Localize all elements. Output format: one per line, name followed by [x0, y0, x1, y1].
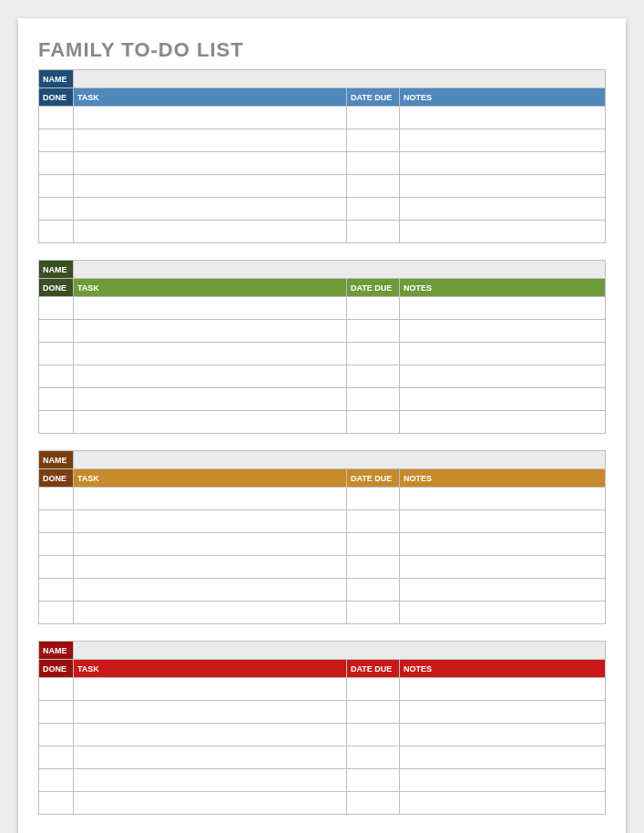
- cell-notes[interactable]: [400, 320, 606, 343]
- cell-done[interactable]: [39, 488, 74, 510]
- cell-notes[interactable]: [400, 411, 606, 434]
- cell-done[interactable]: [39, 343, 74, 365]
- cell-task[interactable]: [74, 129, 347, 152]
- cell-date_due[interactable]: [347, 769, 400, 792]
- cell-task[interactable]: [74, 792, 347, 815]
- cell-notes[interactable]: [400, 198, 606, 221]
- cell-notes[interactable]: [400, 129, 606, 152]
- cell-done[interactable]: [39, 221, 74, 243]
- cell-date_due[interactable]: [347, 152, 400, 175]
- cell-task[interactable]: [74, 175, 347, 198]
- cell-date_due[interactable]: [347, 579, 400, 602]
- cell-notes[interactable]: [400, 533, 606, 556]
- cell-date_due[interactable]: [347, 107, 400, 129]
- cell-task[interactable]: [74, 724, 347, 746]
- cell-notes[interactable]: [400, 343, 606, 365]
- cell-notes[interactable]: [400, 769, 606, 792]
- cell-done[interactable]: [39, 533, 74, 556]
- cell-date_due[interactable]: [347, 792, 400, 815]
- cell-done[interactable]: [39, 365, 74, 388]
- cell-task[interactable]: [74, 556, 347, 579]
- cell-notes[interactable]: [400, 701, 606, 724]
- cell-task[interactable]: [74, 107, 347, 129]
- cell-done[interactable]: [39, 678, 74, 701]
- cell-done[interactable]: [39, 579, 74, 602]
- name-input[interactable]: [74, 261, 606, 279]
- cell-date_due[interactable]: [347, 724, 400, 746]
- cell-done[interactable]: [39, 411, 74, 434]
- cell-task[interactable]: [74, 297, 347, 320]
- cell-date_due[interactable]: [347, 488, 400, 510]
- cell-done[interactable]: [39, 320, 74, 343]
- cell-task[interactable]: [74, 388, 347, 411]
- cell-task[interactable]: [74, 343, 347, 365]
- cell-notes[interactable]: [400, 365, 606, 388]
- cell-notes[interactable]: [400, 175, 606, 198]
- cell-done[interactable]: [39, 510, 74, 533]
- cell-date_due[interactable]: [347, 221, 400, 243]
- cell-notes[interactable]: [400, 602, 606, 624]
- name-input[interactable]: [74, 451, 606, 469]
- cell-done[interactable]: [39, 152, 74, 175]
- cell-done[interactable]: [39, 746, 74, 769]
- cell-done[interactable]: [39, 297, 74, 320]
- cell-date_due[interactable]: [347, 198, 400, 221]
- cell-date_due[interactable]: [347, 678, 400, 701]
- name-input[interactable]: [74, 70, 606, 88]
- cell-done[interactable]: [39, 107, 74, 129]
- cell-task[interactable]: [74, 602, 347, 624]
- cell-done[interactable]: [39, 724, 74, 746]
- cell-task[interactable]: [74, 152, 347, 175]
- cell-notes[interactable]: [400, 792, 606, 815]
- cell-notes[interactable]: [400, 221, 606, 243]
- cell-notes[interactable]: [400, 678, 606, 701]
- cell-notes[interactable]: [400, 510, 606, 533]
- cell-date_due[interactable]: [347, 602, 400, 624]
- cell-date_due[interactable]: [347, 510, 400, 533]
- cell-task[interactable]: [74, 221, 347, 243]
- cell-task[interactable]: [74, 411, 347, 434]
- cell-notes[interactable]: [400, 388, 606, 411]
- cell-date_due[interactable]: [347, 533, 400, 556]
- cell-date_due[interactable]: [347, 343, 400, 365]
- cell-done[interactable]: [39, 701, 74, 724]
- cell-task[interactable]: [74, 579, 347, 602]
- cell-notes[interactable]: [400, 297, 606, 320]
- cell-done[interactable]: [39, 556, 74, 579]
- cell-task[interactable]: [74, 320, 347, 343]
- cell-done[interactable]: [39, 602, 74, 624]
- cell-notes[interactable]: [400, 488, 606, 510]
- cell-task[interactable]: [74, 701, 347, 724]
- cell-task[interactable]: [74, 678, 347, 701]
- cell-date_due[interactable]: [347, 388, 400, 411]
- cell-done[interactable]: [39, 792, 74, 815]
- cell-notes[interactable]: [400, 107, 606, 129]
- cell-task[interactable]: [74, 488, 347, 510]
- cell-task[interactable]: [74, 510, 347, 533]
- cell-notes[interactable]: [400, 746, 606, 769]
- cell-notes[interactable]: [400, 152, 606, 175]
- cell-done[interactable]: [39, 769, 74, 792]
- cell-task[interactable]: [74, 746, 347, 769]
- cell-date_due[interactable]: [347, 746, 400, 769]
- cell-done[interactable]: [39, 198, 74, 221]
- cell-notes[interactable]: [400, 556, 606, 579]
- cell-date_due[interactable]: [347, 701, 400, 724]
- name-input[interactable]: [74, 642, 606, 660]
- cell-task[interactable]: [74, 769, 347, 792]
- cell-done[interactable]: [39, 388, 74, 411]
- cell-date_due[interactable]: [347, 129, 400, 152]
- cell-task[interactable]: [74, 198, 347, 221]
- cell-date_due[interactable]: [347, 556, 400, 579]
- cell-date_due[interactable]: [347, 297, 400, 320]
- cell-date_due[interactable]: [347, 411, 400, 434]
- cell-task[interactable]: [74, 365, 347, 388]
- cell-date_due[interactable]: [347, 365, 400, 388]
- cell-done[interactable]: [39, 175, 74, 198]
- cell-date_due[interactable]: [347, 320, 400, 343]
- cell-task[interactable]: [74, 533, 347, 556]
- cell-notes[interactable]: [400, 579, 606, 602]
- cell-notes[interactable]: [400, 724, 606, 746]
- cell-date_due[interactable]: [347, 175, 400, 198]
- cell-done[interactable]: [39, 129, 74, 152]
